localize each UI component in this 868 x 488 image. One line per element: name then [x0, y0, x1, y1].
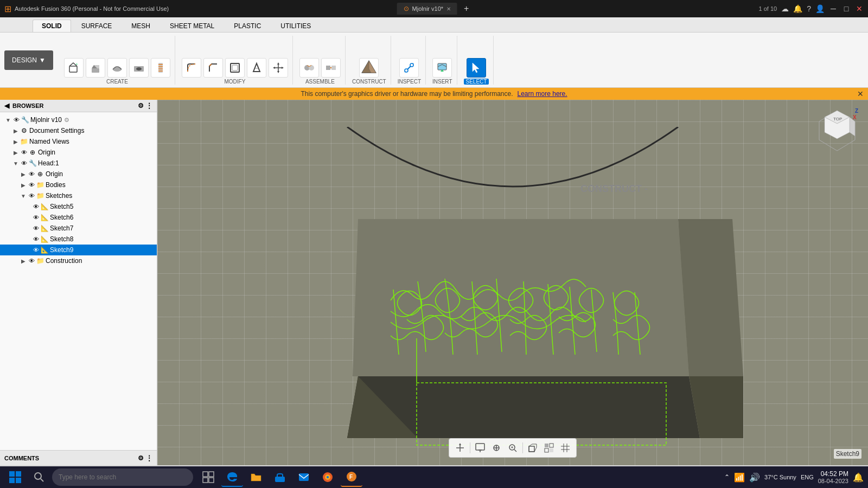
comments-resize-icon[interactable]: ⋮ [146, 454, 152, 462]
taskbar-app-fusion[interactable]: F [341, 467, 362, 487]
taskbar-app-mail[interactable] [293, 467, 315, 487]
taskbar-app-taskview[interactable] [197, 467, 219, 487]
visibility-icon[interactable]: 👁 [31, 246, 40, 254]
visibility-icon[interactable]: 👁 [31, 202, 40, 211]
expand-arrow[interactable]: ▶ [12, 149, 20, 156]
tree-item-sketches[interactable]: ▼ 👁 📁 Sketches [0, 190, 157, 201]
viewport[interactable]: CONSTRUCT - X Z TOP [157, 100, 868, 465]
taskbar-app-store[interactable] [269, 467, 291, 487]
taskbar-app-firefox[interactable] [317, 467, 339, 487]
rigid-group-button[interactable] [321, 58, 341, 78]
tab-sheet-metal[interactable]: SHEET METAL [161, 20, 224, 32]
joint-button[interactable] [299, 58, 319, 78]
network-icon[interactable]: 📶 [734, 472, 745, 483]
tree-item-origin-root[interactable]: ▶ 👁 ⊕ Origin [0, 147, 157, 158]
navigate-button[interactable] [452, 440, 468, 455]
tree-item-sketch6[interactable]: 👁 📐 Sketch6 [0, 212, 157, 223]
visibility-icon[interactable]: 👁 [20, 159, 28, 168]
tab-close-icon[interactable]: ✕ [446, 6, 451, 12]
construct-button[interactable] [359, 58, 379, 78]
cloud-icon[interactable]: ☁ [781, 4, 789, 13]
expand-arrow[interactable]: ▼ [20, 192, 27, 200]
visibility-icon[interactable]: 👁 [27, 256, 36, 265]
minimize-button[interactable]: ─ [829, 4, 838, 13]
display-settings-button[interactable] [473, 440, 488, 455]
chamfer-button[interactable] [203, 58, 223, 78]
taskbar-app-edge[interactable] [221, 467, 243, 487]
zoom-button[interactable] [505, 440, 520, 455]
help-icon[interactable]: ? [807, 4, 811, 13]
tree-item-head1[interactable]: ▼ 👁 🔧 Head:1 [0, 158, 157, 169]
tree-item-bodies[interactable]: ▶ 👁 📁 Bodies [0, 179, 157, 190]
shell-button[interactable] [225, 58, 245, 78]
visibility-icon[interactable]: 👁 [12, 115, 21, 124]
visibility-icon[interactable]: 👁 [27, 181, 36, 189]
close-button[interactable]: ✕ [855, 4, 864, 13]
tab-utilities[interactable]: UTILITIES [271, 20, 320, 32]
grid-button[interactable] [558, 440, 573, 455]
revolve-button[interactable] [107, 58, 127, 78]
comments-settings-icon[interactable]: ⚙ [138, 454, 144, 462]
design-button[interactable]: DESIGN ▼ [4, 50, 53, 70]
fillet-button[interactable] [182, 58, 201, 78]
expand-arrow[interactable]: ▼ [12, 159, 20, 167]
thread-button[interactable] [151, 58, 170, 78]
expand-arrow[interactable]: ▶ [20, 257, 27, 265]
new-component-button[interactable]: + [64, 58, 84, 78]
banner-close-button[interactable]: ✕ [857, 89, 864, 98]
tab-solid[interactable]: SOLID [33, 20, 71, 32]
draft-button[interactable] [247, 58, 266, 78]
taskbar-app-explorer[interactable] [245, 467, 267, 487]
user-icon[interactable]: 👤 [815, 4, 825, 13]
hole-button[interactable] [129, 58, 149, 78]
visibility-icon[interactable]: 👁 [31, 235, 40, 243]
taskbar-clock[interactable]: 04:52 PM 08-04-2023 [818, 470, 848, 484]
expand-arrow[interactable]: ▶ [12, 127, 20, 134]
extrude-button[interactable] [86, 58, 105, 78]
tree-item-mjolnir[interactable]: ▼ 👁 🔧 Mjolnir v10 ⚙ [0, 114, 157, 125]
insert-button[interactable] [432, 58, 452, 78]
show-hidden-icons[interactable]: ⌃ [724, 473, 730, 481]
active-tab[interactable]: ⊙ Mjolnir v10* ✕ [397, 3, 457, 15]
navigation-cube[interactable]: X Z TOP [813, 106, 861, 155]
settings-gear-icon[interactable]: ⚙ [64, 117, 69, 124]
visibility-icon[interactable]: 👁 [27, 170, 36, 178]
tree-item-sketch7[interactable]: 👁 📐 Sketch7 [0, 223, 157, 234]
expand-arrow[interactable]: ▼ [4, 116, 12, 124]
add-tab-button[interactable]: + [462, 4, 471, 14]
tree-item-sketch5[interactable]: 👁 📐 Sketch5 [0, 201, 157, 212]
tree-item-doc-settings[interactable]: ▶ ⚙ Document Settings [0, 125, 157, 136]
tab-mesh[interactable]: MESH [122, 20, 159, 32]
tab-surface[interactable]: SURFACE [72, 20, 122, 32]
visibility-icon[interactable]: 👁 [31, 213, 40, 222]
visibility-icon[interactable]: 👁 [27, 191, 36, 200]
tab-plastic[interactable]: PLASTIC [225, 20, 270, 32]
pan-button[interactable] [489, 440, 504, 455]
view-cube-button[interactable] [525, 440, 540, 455]
perf-link[interactable]: Learn more here. [518, 90, 567, 98]
browser-collapse-icon[interactable]: ◀ [4, 102, 9, 110]
visibility-icon[interactable]: 👁 [20, 148, 28, 157]
search-icon-taskbar[interactable] [28, 467, 50, 487]
tree-item-sketch8[interactable]: 👁 📐 Sketch8 [0, 234, 157, 245]
browser-settings-icon[interactable]: ⚙ [138, 102, 144, 110]
tree-item-named-views[interactable]: ▶ 📁 Named Views [0, 136, 157, 147]
windows-start-button[interactable] [4, 467, 26, 487]
move-button[interactable] [269, 58, 288, 78]
tree-item-construction[interactable]: ▶ 👁 📁 Construction [0, 255, 157, 266]
select-button[interactable] [467, 58, 486, 78]
browser-resize-icon[interactable]: ⋮ [146, 102, 152, 110]
notification-center-icon[interactable]: 🔔 [853, 472, 864, 483]
taskbar-search-input[interactable] [52, 468, 193, 486]
measure-button[interactable] [399, 58, 419, 78]
tree-item-sketch9[interactable]: 👁 📐 Sketch9 [0, 245, 157, 255]
maximize-button[interactable]: □ [842, 4, 851, 13]
notification-icon[interactable]: 🔔 [793, 4, 802, 13]
expand-arrow[interactable]: ▶ [20, 181, 27, 189]
expand-arrow[interactable]: ▶ [20, 170, 27, 178]
expand-arrow[interactable]: ▶ [12, 138, 20, 145]
volume-icon[interactable]: 🔊 [749, 472, 760, 483]
tree-item-origin-head[interactable]: ▶ 👁 ⊕ Origin [0, 169, 157, 179]
visibility-icon[interactable]: 👁 [31, 224, 40, 233]
display-mode-button[interactable] [541, 440, 557, 455]
